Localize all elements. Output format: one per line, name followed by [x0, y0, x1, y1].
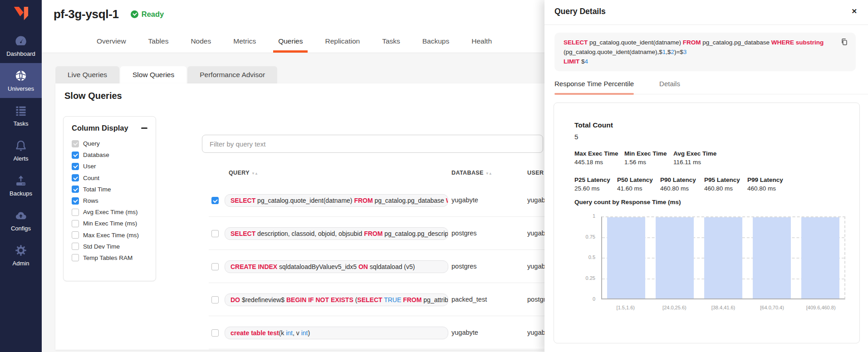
- subtab-performance-advisor[interactable]: Performance Advisor: [187, 66, 277, 83]
- sidebar-item-label: Tasks: [13, 120, 28, 127]
- bar-slot: [796, 217, 844, 298]
- tab-backups[interactable]: Backups: [421, 37, 451, 53]
- chart-bar: [753, 217, 791, 298]
- table-row[interactable]: CREATE INDEX sqldataloadByValuev5_idx5 O…: [55, 250, 603, 283]
- sidebar-item-dashboard[interactable]: Dashboard: [0, 28, 42, 63]
- sidebar-item-label: Universes: [8, 85, 34, 92]
- tab-health[interactable]: Health: [470, 37, 493, 53]
- dashboard-gauge-icon: [15, 34, 27, 47]
- panel-header: Query Details ✕: [544, 0, 868, 25]
- p99-latency-label: P99 Latency: [747, 176, 783, 183]
- column-header-query[interactable]: QUERY▼▲: [229, 170, 258, 176]
- max-exec-time-value: 445.18 ms: [574, 159, 603, 166]
- sidebar: Dashboard Universes Tasks Alerts Backups…: [0, 0, 42, 352]
- queries-subtabs: Live Queries Slow Queries Performance Ad…: [55, 66, 278, 83]
- tab-metrics[interactable]: Metrics: [232, 37, 257, 53]
- tab-response-time-percentile[interactable]: Response Time Percentile: [554, 77, 634, 94]
- close-icon[interactable]: ✕: [851, 7, 857, 15]
- tab-tables[interactable]: Tables: [147, 37, 170, 53]
- query-text-pill[interactable]: create table test(k int, v int): [225, 327, 448, 339]
- percentile-stats-card: Total Count 5 Max Exec Time Min Exec Tim…: [554, 103, 860, 343]
- subtab-slow-queries[interactable]: Slow Queries: [120, 66, 186, 83]
- column-header-database[interactable]: DATABASE▼▲: [451, 170, 492, 176]
- sidebar-item-label: Configs: [11, 225, 31, 232]
- tab-overview[interactable]: Overview: [95, 37, 128, 53]
- column-option-count[interactable]: Count: [64, 172, 156, 184]
- tab-details[interactable]: Details: [659, 77, 680, 94]
- yugabyte-logo-icon: [11, 4, 31, 24]
- collapse-minus-icon[interactable]: [141, 127, 147, 129]
- x-axis-labels: [1.5,1.6) [24.0,25.6) [38.4,41.6) [64.0,…: [601, 305, 845, 310]
- sidebar-item-label: Admin: [13, 260, 29, 267]
- tab-queries[interactable]: Queries: [277, 37, 304, 53]
- query-text-pill[interactable]: DO $redefineview$ BEGIN IF NOT EXISTS (S…: [225, 293, 448, 306]
- checkbox[interactable]: [72, 163, 79, 170]
- database-cell: packed_test: [451, 296, 487, 303]
- checkbox[interactable]: [72, 152, 79, 159]
- p95-latency-value: 460.80 ms: [704, 185, 733, 192]
- query-filter-input[interactable]: [202, 135, 543, 153]
- response-time-bar-chart: [601, 216, 845, 299]
- tab-nodes[interactable]: Nodes: [189, 37, 212, 53]
- query-text-pill[interactable]: CREATE INDEX sqldataloadByValuev5_idx5 O…: [225, 260, 448, 273]
- sidebar-item-tasks[interactable]: Tasks: [0, 98, 42, 133]
- bar-slot: [747, 217, 796, 298]
- database-cell: postgres: [451, 230, 477, 237]
- row-checkbox[interactable]: [211, 296, 219, 303]
- query-text-pill[interactable]: SELECT description, classoid, objoid, ob…: [225, 227, 448, 240]
- sidebar-item-label: Dashboard: [6, 50, 35, 57]
- chart-bar: [656, 217, 694, 298]
- max-exec-time-label: Max Exec Time: [574, 150, 618, 157]
- avg-exec-time-label: Avg Exec Time: [673, 150, 716, 157]
- database-cell: yugabyte: [451, 196, 478, 204]
- x-tick-label: [64.0,70.4): [748, 305, 797, 310]
- checkbox[interactable]: [72, 140, 79, 147]
- admin-gear-icon: [15, 244, 27, 257]
- query-details-panel: Query Details ✕ SELECT pg_catalog.quote_…: [544, 0, 868, 352]
- tasks-list-icon: [15, 104, 27, 117]
- sidebar-item-admin[interactable]: Admin: [0, 238, 42, 273]
- copy-icon[interactable]: [840, 38, 849, 47]
- column-option-user[interactable]: User: [64, 161, 156, 172]
- y-tick-label: 1: [577, 213, 595, 219]
- query-text-pill[interactable]: SELECT pg_catalog.quote_ident(datname) F…: [225, 194, 448, 207]
- slow-queries-card: Slow Queries Column Display Query Databa…: [55, 83, 544, 350]
- status-text: Ready: [142, 10, 164, 19]
- tab-replication[interactable]: Replication: [324, 37, 361, 53]
- universe-tabs: Overview Tables Nodes Metrics Queries Re…: [95, 37, 513, 53]
- column-display-title: Column Display: [72, 124, 128, 132]
- p90-latency-label: P90 Latency: [660, 176, 696, 183]
- y-tick-label: 0: [577, 296, 595, 302]
- p95-latency-label: P95 Latency: [704, 176, 740, 183]
- check-circle-icon: [131, 10, 138, 18]
- sidebar-item-universes[interactable]: Universes: [0, 63, 42, 98]
- p50-latency-value: 41.60 ms: [617, 185, 642, 192]
- total-count-label: Total Count: [574, 121, 613, 129]
- alerts-bell-icon: [15, 139, 27, 152]
- table-row[interactable]: SELECT pg_catalog.quote_ident(datname) F…: [55, 184, 603, 217]
- row-checkbox[interactable]: [211, 263, 219, 270]
- avg-exec-time-value: 116.11 ms: [673, 159, 701, 166]
- sidebar-item-configs[interactable]: Configs: [0, 203, 42, 238]
- column-option-database[interactable]: Database: [64, 149, 156, 161]
- table-row[interactable]: DO $redefineview$ BEGIN IF NOT EXISTS (S…: [55, 283, 603, 316]
- row-checkbox[interactable]: [211, 329, 219, 337]
- subtab-live-queries[interactable]: Live Queries: [55, 66, 119, 83]
- yugabyte-logo[interactable]: [0, 0, 42, 28]
- table-body: SELECT pg_catalog.quote_ident(datname) F…: [55, 184, 603, 349]
- tab-tasks[interactable]: Tasks: [381, 37, 402, 53]
- y-tick-label: 0.75: [577, 234, 595, 240]
- row-checkbox[interactable]: [211, 230, 219, 237]
- p25-latency-label: P25 Latency: [574, 176, 610, 183]
- checkbox[interactable]: [72, 174, 79, 181]
- sidebar-item-backups[interactable]: Backups: [0, 168, 42, 203]
- p90-latency-value: 460.80 ms: [660, 185, 689, 192]
- sidebar-item-alerts[interactable]: Alerts: [0, 133, 42, 168]
- table-row[interactable]: SELECT description, classoid, objoid, ob…: [55, 217, 603, 250]
- row-checkbox[interactable]: [211, 197, 219, 204]
- table-row[interactable]: create table test(k int, v int) yugabyte…: [55, 316, 603, 349]
- x-tick-label: [1.5,1.6): [601, 305, 650, 310]
- column-option-query[interactable]: Query: [64, 138, 156, 149]
- sql-statement-box: SELECT pg_catalog.quote_ident(datname) F…: [554, 33, 856, 71]
- min-exec-time-label: Min Exec Time: [624, 150, 667, 157]
